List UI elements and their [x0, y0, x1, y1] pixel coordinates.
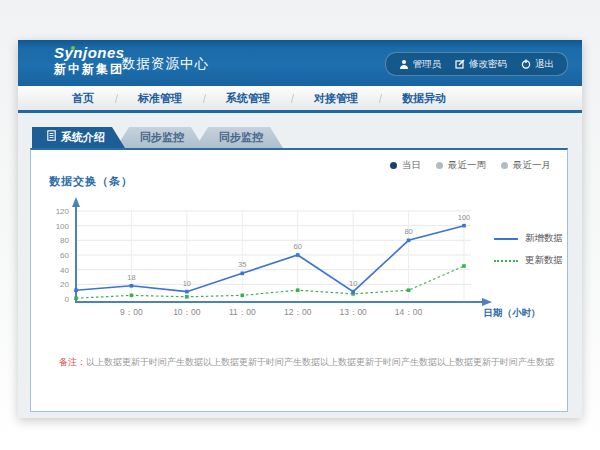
legend-label: 新增数据: [525, 232, 563, 245]
svg-text:0: 0: [65, 295, 70, 304]
logo-subtext: 新中新集团: [54, 63, 125, 75]
legend-item-update-data: 更新数据: [494, 254, 563, 267]
legend-line-sample-solid: [494, 238, 518, 240]
svg-text:10: 10: [183, 279, 191, 288]
app-title: 数据资源中心: [122, 40, 209, 86]
svg-text:10：00: 10：00: [173, 307, 201, 317]
page: Synjones 新中新集团 数据资源中心 管理员 修改密码 退出: [18, 40, 582, 418]
logo-accent-dot: [71, 46, 75, 50]
change-password-item[interactable]: 修改密码: [455, 58, 507, 71]
footnote: 备注：以上数据更新于时间产生数据以上数据更新于时间产生数据以上数据更新于时间产生…: [59, 356, 555, 369]
svg-text:14：00: 14：00: [395, 307, 423, 317]
nav-item-standard-mgmt[interactable]: 标准管理: [116, 91, 204, 106]
svg-text:12：00: 12：00: [284, 307, 312, 317]
chart-legend: 新增数据 更新数据: [494, 232, 563, 276]
legend-line-sample-dotted: [494, 260, 518, 262]
power-icon: [521, 59, 531, 69]
nav-item-interface-mgmt[interactable]: 对接管理: [292, 91, 380, 106]
footnote-text: 以上数据更新于时间产生数据以上数据更新于时间产生数据以上数据更新于时间产生数据以…: [86, 357, 555, 367]
svg-text:60: 60: [294, 242, 302, 251]
svg-text:日期（小时）: 日期（小时）: [484, 307, 541, 319]
nav-item-system-mgmt[interactable]: 系统管理: [204, 91, 292, 106]
tab-sync-monitor-1[interactable]: 同步监控: [116, 127, 204, 148]
svg-text:20: 20: [60, 280, 69, 289]
nav-item-data-change[interactable]: 数据异动: [380, 91, 468, 106]
user-toolbar: 管理员 修改密码 退出: [385, 52, 569, 76]
svg-text:35: 35: [238, 260, 246, 269]
tab-label: 同步监控: [219, 127, 263, 148]
svg-text:80: 80: [404, 227, 412, 236]
logo-text: Synjones: [54, 45, 125, 60]
user-icon: [399, 59, 409, 69]
svg-text:9：00: 9：00: [120, 307, 143, 317]
user-menu-item[interactable]: 管理员: [399, 58, 442, 71]
logout-label: 退出: [535, 58, 554, 71]
legend-item-new-data: 新增数据: [494, 232, 563, 245]
svg-text:80: 80: [60, 236, 69, 245]
logo[interactable]: Synjones 新中新集团: [54, 45, 125, 75]
svg-text:13：00: 13：00: [339, 307, 367, 317]
content-area: 系统介绍 同步监控 同步监控 当日 最近一周: [18, 113, 582, 418]
header: Synjones 新中新集团 数据资源中心 管理员 修改密码 退出: [18, 40, 582, 86]
svg-text:100: 100: [56, 222, 70, 231]
svg-text:40: 40: [60, 266, 69, 275]
main-nav: 首页 标准管理 系统管理 对接管理 数据异动: [18, 86, 582, 113]
svg-text:120: 120: [56, 207, 70, 216]
footnote-prefix: 备注：: [59, 357, 86, 367]
tab-system-intro[interactable]: 系统介绍: [32, 127, 125, 148]
svg-text:18: 18: [127, 273, 135, 282]
svg-text:100: 100: [458, 213, 471, 222]
tab-label: 同步监控: [140, 127, 184, 148]
svg-text:10: 10: [349, 279, 357, 288]
tab-sync-monitor-2[interactable]: 同步监控: [195, 127, 283, 148]
legend-label: 更新数据: [525, 254, 563, 267]
document-icon: [47, 127, 56, 148]
edit-icon: [455, 59, 465, 69]
svg-text:60: 60: [60, 251, 69, 260]
tab-label: 系统介绍: [61, 127, 105, 148]
tab-bar: 系统介绍 同步监控 同步监控: [32, 127, 274, 148]
change-password-label: 修改密码: [469, 58, 507, 71]
logout-item[interactable]: 退出: [521, 58, 554, 71]
svg-text:11：00: 11：00: [229, 307, 256, 317]
user-label: 管理员: [413, 58, 442, 71]
chart-panel: 当日 最近一周 最近一月 数据交换（条） 0204060801001209：00…: [30, 148, 568, 412]
chart-svg: 0204060801001209：0010：0011：0012：0013：001…: [31, 150, 567, 412]
nav-item-home[interactable]: 首页: [50, 91, 116, 106]
